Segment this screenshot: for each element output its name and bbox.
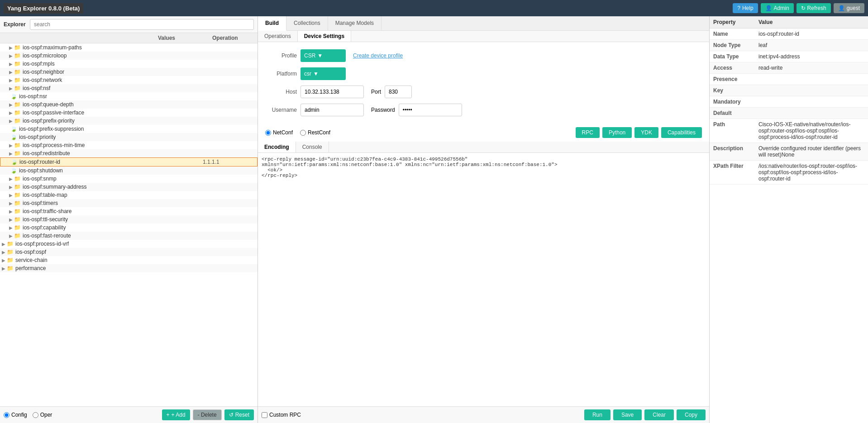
property-value: Override configured router identifier (p… <box>755 143 868 161</box>
tree-item[interactable]: 🍃ios-ospf:nsr <box>0 92 258 100</box>
custom-rpc-checkbox[interactable] <box>262 412 267 418</box>
tree-item[interactable]: ▶📁ios-ospf:ospf <box>0 248 258 256</box>
python-button[interactable]: Python <box>602 127 632 138</box>
tree-item[interactable]: ▶📁ios-ospf:table-map <box>0 191 258 199</box>
tree-item[interactable]: ▶📁ios-ospf:passive-interface <box>0 109 258 117</box>
property-row: Mandatory <box>710 96 868 108</box>
sub-tab-operations[interactable]: Operations <box>258 31 298 42</box>
tree-item[interactable]: 🍃ios-ospf:router-id1.1.1.1 <box>0 157 258 166</box>
help-button[interactable]: ? Help <box>733 3 758 13</box>
username-input[interactable] <box>300 104 364 116</box>
host-input[interactable] <box>300 86 364 98</box>
tree-item[interactable]: 🍃ios-ospf:priority <box>0 133 258 141</box>
bottom-bar: Custom RPC Run Save Clear Copy <box>258 406 709 423</box>
right-panel: Property Value Nameios-ospf:router-idNod… <box>710 16 868 423</box>
tree-item-label: ios-ospf:process-id-vrf <box>15 241 203 247</box>
tree-item[interactable]: ▶📁ios-ospf:traffic-share <box>0 207 258 215</box>
restconf-option[interactable]: RestConf <box>300 129 330 136</box>
sub-tab-device-settings[interactable]: Device Settings <box>298 31 351 42</box>
tree-item-label: ios-ospf:neighbor <box>23 69 203 75</box>
tree-item[interactable]: 🍃ios-ospf:shutdown <box>0 166 258 175</box>
property-row: Data Typeinet:ipv4-address <box>710 51 868 62</box>
tree-arrow: ▶ <box>9 102 13 107</box>
run-button[interactable]: Run <box>584 409 610 420</box>
platform-select[interactable]: csr ▼ <box>300 67 346 80</box>
tree-item[interactable]: ▶📁ios-ospf:process-id-vrf <box>0 240 258 248</box>
tab-collections[interactable]: Collections <box>286 16 328 30</box>
tab-manage-models[interactable]: Manage Models <box>328 16 382 30</box>
tree-item-label: ios-ospf:process-min-time <box>23 142 203 148</box>
tree-item[interactable]: ▶📁ios-ospf:neighbor <box>0 68 258 76</box>
profile-select[interactable]: CSR ▼ <box>300 49 346 62</box>
tab-build[interactable]: Build <box>258 16 286 31</box>
profile-label: Profile <box>265 52 297 59</box>
folder-icon: 📁 <box>7 265 14 271</box>
tree-item[interactable]: ▶📁ios-ospf:maximum-paths <box>0 43 258 52</box>
chevron-down-icon: ▼ <box>317 52 323 59</box>
tree-item[interactable]: ▶📁ios-ospf:mpls <box>0 60 258 68</box>
tree-item[interactable]: ▶📁ios-ospf:microloop <box>0 52 258 60</box>
create-profile-link[interactable]: Create device profile <box>353 52 403 59</box>
tree-item[interactable]: ▶📁ios-ospf:redistribute <box>0 149 258 157</box>
tree-arrow: ▶ <box>9 62 13 67</box>
mid-panel: Build Collections Manage Models Operatio… <box>258 16 710 423</box>
code-area: <rpc-reply message-id="urn:uuid:c23b7fea… <box>258 153 709 406</box>
tree-item-label: ios-ospf:passive-interface <box>23 109 203 116</box>
tree-item[interactable]: ▶📁ios-ospf:capability <box>0 223 258 232</box>
add-icon: + <box>167 412 170 418</box>
tree-item[interactable]: ▶📁ios-ospf:fast-reroute <box>0 232 258 240</box>
delete-button[interactable]: - Delete <box>193 409 222 420</box>
refresh-button[interactable]: ↻ Refresh <box>796 3 831 13</box>
tree-item[interactable]: ▶📁ios-ospf:network <box>0 76 258 84</box>
tree-item[interactable]: ▶📁ios-ospf:timers <box>0 199 258 207</box>
netconf-option[interactable]: NetConf <box>265 129 293 136</box>
property-name: Name <box>710 29 755 40</box>
property-value: leaf <box>755 40 868 51</box>
sub-tab-bar: Operations Device Settings <box>258 31 709 42</box>
leaf-icon: 🍃 <box>10 134 17 140</box>
console-tab[interactable]: Console <box>296 142 329 152</box>
action-buttons: + + Add - Delete ↺ Reset <box>162 409 254 420</box>
port-label: Port <box>371 89 381 95</box>
reset-button[interactable]: ↺ Reset <box>224 409 254 420</box>
config-radio[interactable]: Config <box>4 412 27 418</box>
ydk-button[interactable]: YDK <box>634 127 658 138</box>
folder-icon: 📁 <box>7 249 14 255</box>
tree-arrow: ▶ <box>9 110 13 115</box>
tree-item[interactable]: ▶📁ios-ospf:process-min-time <box>0 141 258 149</box>
tree-item[interactable]: 🍃ios-ospf:prefix-suppression <box>0 125 258 133</box>
clear-button[interactable]: Clear <box>644 409 674 420</box>
guest-button[interactable]: 👤 guest <box>834 3 864 13</box>
property-row: Presence <box>710 74 868 85</box>
encoding-tab[interactable]: Encoding <box>258 142 296 152</box>
admin-button[interactable]: 👤 Admin <box>761 3 794 13</box>
tree-item[interactable]: ▶📁ios-ospf:queue-depth <box>0 100 258 109</box>
capabilities-button[interactable]: Capabilities <box>661 127 702 138</box>
tree-item[interactable]: ▶📁ios-ospf:prefix-priority <box>0 117 258 125</box>
tree-item[interactable]: ▶📁service-chain <box>0 256 258 264</box>
tree-item[interactable]: ▶📁ios-ospf:nsf <box>0 84 258 92</box>
admin-icon: 👤 <box>765 5 772 11</box>
tree-item[interactable]: ▶📁ios-ospf:ttl-security <box>0 215 258 223</box>
property-name: Key <box>710 85 755 96</box>
tree-item-value: 1.1.1.1 <box>203 159 257 165</box>
property-col-header: Property <box>710 16 755 29</box>
tree-item[interactable]: ▶📁ios-ospf:snmp <box>0 175 258 183</box>
col-headers: Values Operation <box>0 33 258 43</box>
port-input[interactable] <box>385 86 412 98</box>
oper-radio[interactable]: Oper <box>33 412 52 418</box>
password-input[interactable] <box>399 104 462 116</box>
tree-arrow: ▶ <box>9 45 13 50</box>
copy-button[interactable]: Copy <box>677 409 706 420</box>
property-name: XPath Filter <box>710 161 755 185</box>
tree-item[interactable]: ▶📁ios-ospf:summary-address <box>0 183 258 191</box>
save-button[interactable]: Save <box>613 409 642 420</box>
add-button[interactable]: + + Add <box>162 409 190 420</box>
refresh-icon: ↻ <box>801 5 806 11</box>
rpc-button[interactable]: RPC <box>576 127 600 138</box>
tree-area[interactable]: ▶📁ios-ospf:maximum-paths▶📁ios-ospf:micro… <box>0 43 258 406</box>
tree-item[interactable]: ▶📁performance <box>0 264 258 272</box>
leaf-icon: 🍃 <box>11 159 18 165</box>
search-input[interactable] <box>30 19 254 30</box>
property-name: Presence <box>710 74 755 85</box>
